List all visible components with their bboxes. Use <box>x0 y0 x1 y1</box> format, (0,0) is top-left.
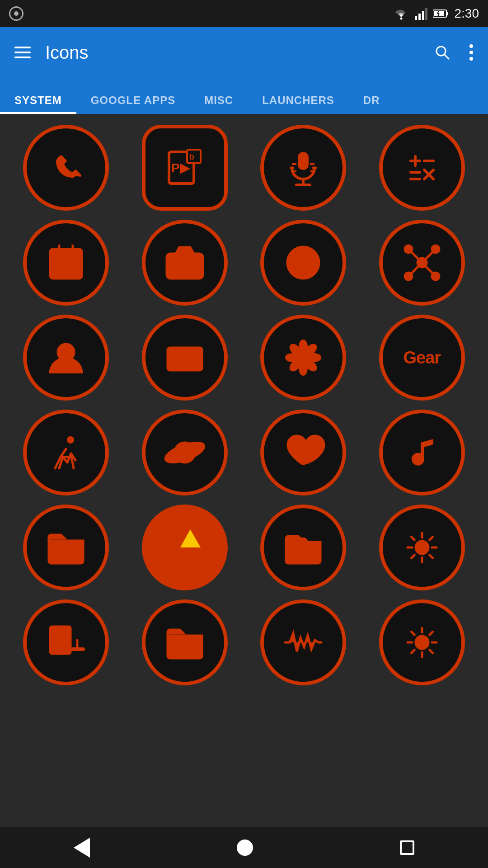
icon-camera[interactable] <box>128 220 242 306</box>
svg-point-0 <box>400 18 402 20</box>
icon-clock[interactable] <box>246 220 361 306</box>
svg-point-75 <box>416 541 428 554</box>
svg-line-53 <box>411 251 422 263</box>
svg-line-54 <box>422 251 433 263</box>
svg-rect-6 <box>446 12 448 15</box>
recent-button[interactable] <box>400 840 414 855</box>
icon-secure-folder[interactable] <box>246 505 361 590</box>
svg-line-55 <box>411 263 422 274</box>
svg-rect-20 <box>298 152 309 170</box>
svg-point-82 <box>416 636 428 649</box>
icon-health[interactable] <box>246 410 361 495</box>
tab-google-apps[interactable]: GOOGLE APPS <box>76 94 190 114</box>
app-title: Icons <box>45 42 419 63</box>
battery-icon <box>433 9 449 19</box>
camera-indicator <box>9 6 23 21</box>
icon-music[interactable] <box>365 410 479 495</box>
svg-point-74 <box>301 548 305 552</box>
svg-point-42 <box>177 258 192 274</box>
icon-settings[interactable] <box>365 505 479 590</box>
icon-cinemagraph[interactable] <box>128 505 242 590</box>
back-button[interactable] <box>74 838 90 858</box>
icon-waveform[interactable] <box>246 599 361 685</box>
icon-folder[interactable] <box>9 505 123 590</box>
icon-gear2[interactable] <box>365 599 479 685</box>
icon-phone[interactable] <box>9 125 123 211</box>
app-bar-actions <box>430 40 477 65</box>
svg-rect-43 <box>195 256 199 259</box>
svg-text:27: 27 <box>57 261 71 275</box>
svg-line-56 <box>422 263 433 274</box>
app-bar: Icons <box>0 27 488 78</box>
svg-rect-2 <box>418 14 421 20</box>
icon-contacts[interactable] <box>9 315 123 401</box>
status-left <box>9 6 23 21</box>
svg-rect-1 <box>415 16 417 20</box>
icon-gear-text[interactable]: Gear <box>365 315 479 401</box>
status-right: 2:30 <box>393 6 479 21</box>
icon-planet[interactable] <box>128 410 242 495</box>
svg-point-15 <box>469 57 473 61</box>
menu-button[interactable] <box>11 43 34 62</box>
svg-point-13 <box>469 44 473 48</box>
tab-bar: SYSTEM GOOGLE APPS MISC LAUNCHERS DR <box>0 78 488 114</box>
svg-rect-4 <box>425 8 427 20</box>
tab-dr[interactable]: DR <box>349 94 394 114</box>
more-options-button[interactable] <box>465 40 477 65</box>
svg-point-68 <box>67 436 74 443</box>
icon-network[interactable] <box>365 220 479 306</box>
svg-point-14 <box>469 51 473 54</box>
icon-calculator[interactable] <box>365 125 479 211</box>
icon-calendar[interactable]: 27 <box>9 220 123 306</box>
icon-microphone[interactable] <box>246 125 361 211</box>
home-button[interactable] <box>237 840 253 856</box>
svg-line-12 <box>445 55 449 59</box>
tab-misc[interactable]: MISC <box>190 94 248 114</box>
icon-flower[interactable] <box>246 315 361 401</box>
icon-fitness[interactable] <box>9 410 123 495</box>
svg-text:b: b <box>189 152 194 161</box>
icon-paint[interactable] <box>9 599 123 685</box>
svg-point-47 <box>301 261 305 264</box>
bottom-nav <box>0 827 488 868</box>
status-bar: 2:30 <box>0 0 488 27</box>
search-button[interactable] <box>430 40 455 65</box>
svg-point-11 <box>436 47 446 56</box>
status-time: 2:30 <box>455 6 479 21</box>
svg-rect-3 <box>422 11 424 20</box>
icon-powerpoint[interactable]: P▶ b <box>128 125 242 211</box>
signal-icon <box>415 7 427 20</box>
wifi-icon <box>393 7 409 20</box>
svg-point-59 <box>300 354 307 361</box>
tab-system[interactable]: SYSTEM <box>0 94 76 114</box>
icon-video-folder[interactable] <box>128 599 242 685</box>
icons-grid: P▶ b <box>0 114 488 696</box>
tab-launchers[interactable]: LAUNCHERS <box>248 94 349 114</box>
icon-mail[interactable] <box>128 315 242 401</box>
